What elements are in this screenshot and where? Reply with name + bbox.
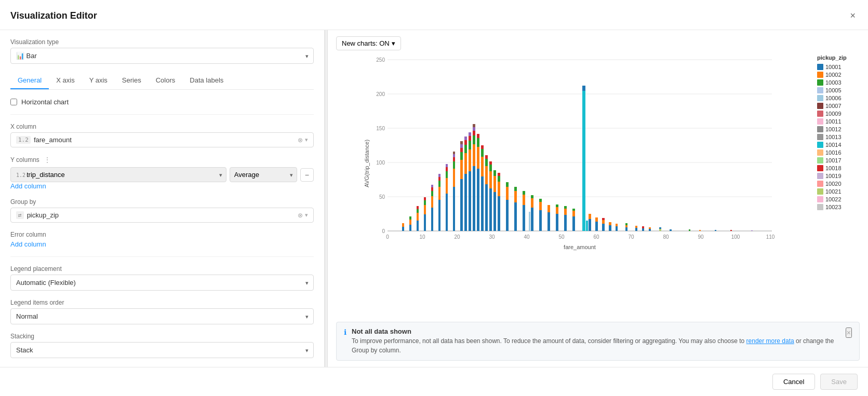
tab-data-labels[interactable]: Data labels [182, 72, 231, 89]
svg-text:90: 90 [698, 234, 704, 240]
add-error-column-link[interactable]: Add column [10, 240, 46, 248]
svg-text:80: 80 [663, 234, 669, 240]
stacking-section: Stacking Stack [10, 333, 314, 358]
save-button[interactable]: Save [820, 374, 858, 390]
legend-placement-label: Legend placement [10, 265, 314, 272]
stacking-select-wrapper: Stack [10, 342, 314, 358]
stacking-select[interactable]: Stack [10, 342, 314, 358]
svg-rect-99 [493, 176, 496, 192]
legend-items-select[interactable]: Normal [10, 308, 314, 324]
svg-rect-66 [464, 174, 467, 231]
svg-text:100: 100 [731, 234, 740, 240]
svg-rect-102 [498, 182, 500, 196]
svg-rect-47 [438, 177, 440, 181]
legend-item: 10003 [817, 79, 860, 86]
svg-rect-27 [402, 223, 404, 227]
svg-rect-140 [609, 225, 611, 231]
svg-rect-38 [424, 197, 426, 200]
legend-item: 10017 [817, 157, 860, 163]
svg-rect-74 [469, 136, 471, 141]
legend-item: 10019 [817, 173, 860, 179]
svg-rect-79 [473, 131, 475, 135]
svg-rect-64 [460, 144, 463, 148]
svg-text:110: 110 [766, 234, 775, 240]
svg-rect-45 [438, 187, 440, 200]
new-charts-toggle[interactable]: New charts: ON ▾ [336, 36, 401, 50]
svg-rect-58 [453, 154, 455, 157]
legend-item-label: 10005 [825, 87, 842, 93]
svg-rect-61 [460, 160, 463, 179]
group-by-section: Group by ⇄ pickup_zip ⊗ ▾ [10, 198, 314, 223]
svg-rect-42 [431, 187, 433, 191]
svg-rect-55 [453, 169, 455, 187]
svg-text:fare_amount: fare_amount [564, 244, 596, 250]
svg-rect-134 [589, 214, 591, 219]
legend-color-swatch [817, 79, 823, 86]
svg-rect-113 [523, 191, 525, 195]
tab-colors[interactable]: Colors [149, 72, 183, 89]
svg-rect-28 [409, 225, 411, 231]
legend-color-swatch [817, 196, 823, 202]
svg-rect-40 [431, 196, 433, 208]
render-more-data-link[interactable]: render more data [746, 337, 794, 345]
svg-rect-133 [589, 219, 591, 231]
modal-header: Visualization Editor × [0, 0, 868, 30]
group-by-type-icon: ⇄ [16, 211, 24, 219]
group-by-dropdown-icon[interactable]: ▾ [305, 212, 308, 219]
svg-rect-158 [715, 230, 716, 231]
tab-general[interactable]: General [10, 72, 49, 89]
legend-item: 10014 [817, 142, 860, 148]
viz-type-section: Visualization type 📊 Bar [10, 38, 314, 64]
x-column-field[interactable]: 1.2 fare_amount ⊗ ▾ [10, 132, 314, 147]
svg-text:250: 250 [376, 57, 385, 63]
x-column-clear-btn[interactable]: ⊗ [298, 136, 303, 144]
tab-series[interactable]: Series [115, 72, 149, 89]
legend-color-swatch [817, 103, 823, 109]
modal-title: Visualization Editor [10, 10, 97, 21]
legend-item: 10020 [817, 181, 860, 187]
y-columns-header: Y columns ⋮ [10, 156, 314, 164]
y-agg-select[interactable]: Average [230, 167, 297, 182]
svg-text:200: 200 [376, 91, 385, 97]
right-panel: New charts: ON ▾ AVG(trip_distance) [328, 30, 868, 367]
tab-yaxis[interactable]: Y axis [82, 72, 115, 89]
svg-rect-103 [498, 176, 500, 182]
notification-close-btn[interactable]: × [846, 327, 852, 338]
svg-rect-104 [498, 173, 500, 176]
svg-rect-110 [514, 187, 517, 191]
viz-type-label: Visualization type [10, 38, 314, 46]
legend-color-swatch [817, 165, 823, 171]
svg-rect-136 [595, 217, 598, 222]
x-column-dropdown-icon[interactable]: ▾ [305, 136, 308, 143]
svg-rect-36 [424, 205, 426, 214]
svg-rect-147 [635, 228, 637, 231]
svg-rect-119 [539, 199, 542, 202]
y-column-remove-btn[interactable]: − [300, 168, 314, 182]
svg-rect-97 [489, 161, 492, 165]
legend-color-swatch [817, 173, 823, 179]
horizontal-chart-checkbox[interactable] [10, 99, 17, 105]
y-columns-menu-icon[interactable]: ⋮ [44, 156, 51, 164]
tab-xaxis[interactable]: X axis [49, 72, 82, 89]
svg-rect-155 [670, 229, 672, 231]
group-by-clear-btn[interactable]: ⊗ [298, 212, 303, 219]
y-column-select[interactable]: trip_distance [10, 167, 226, 182]
svg-rect-93 [485, 155, 488, 159]
add-y-column-link[interactable]: Add column [10, 182, 46, 190]
legend-item-label: 10023 [825, 204, 842, 210]
group-by-field[interactable]: ⇄ pickup_zip ⊗ ▾ [10, 208, 314, 223]
svg-rect-141 [609, 222, 611, 225]
close-button[interactable]: × [848, 8, 858, 23]
legend-color-swatch [817, 118, 823, 125]
legend-placement-select[interactable]: Automatic (Flexible) [10, 275, 314, 291]
svg-rect-77 [473, 144, 475, 166]
svg-rect-106 [506, 187, 509, 200]
cancel-button[interactable]: Cancel [772, 374, 815, 390]
legend-item-label: 10016 [825, 149, 842, 156]
legend-item-label: 10014 [825, 142, 842, 148]
y-agg-wrapper: Average [230, 167, 297, 182]
viz-type-select[interactable]: 📊 Bar [10, 48, 314, 64]
legend-items-label: Legend items order [10, 299, 314, 306]
x-column-type-icon: 1.2 [16, 136, 31, 144]
divider-2 [10, 256, 314, 257]
